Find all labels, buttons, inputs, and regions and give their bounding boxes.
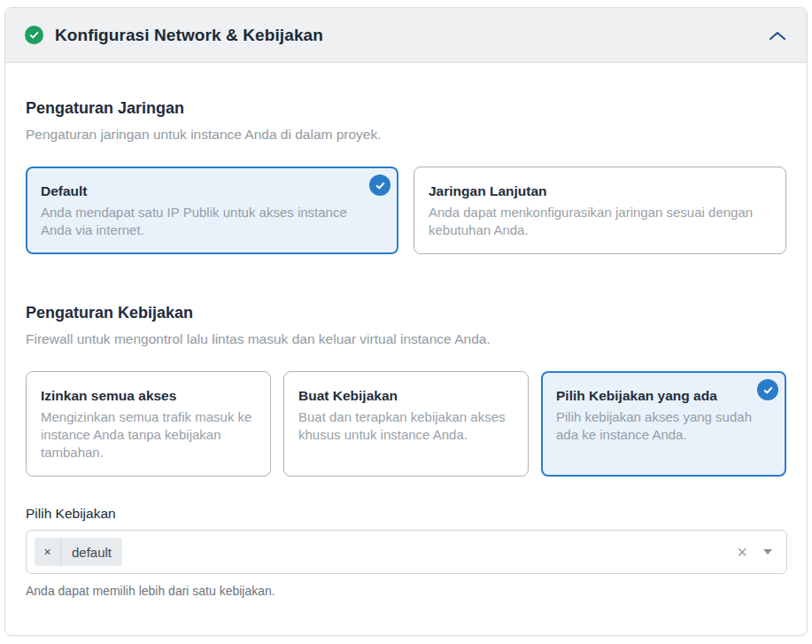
selected-check-icon [369,175,391,196]
page: Konfigurasi Network & Kebijakan Pengatur… [0,0,812,644]
option-card-pilih-kebijakan-yang-ada[interactable]: Pilih Kebijakan yang ada Pilih kebijakan… [541,371,786,477]
remove-tag-icon[interactable]: × [35,538,61,566]
network-options: Default Anda mendapat satu IP Publik unt… [26,167,786,254]
policy-section-heading: Pengaturan Kebijakan [26,304,786,322]
selected-policy-tag: × default [35,538,122,566]
chevron-up-icon[interactable] [768,29,787,42]
option-card-izinkan-semua-akses[interactable]: Izinkan semua akses Mengizinkan semua tr… [26,371,271,477]
config-accordion: Konfigurasi Network & Kebijakan Pengatur… [4,7,808,636]
network-section-heading: Pengaturan Jaringan [26,99,786,118]
clear-selection-icon[interactable]: × [737,543,747,561]
helper-text: Anda dapat memilih lebih dari satu kebij… [26,584,786,598]
multiselect-controls: × [737,543,772,561]
option-description: Buat dan terapkan kebijakan akses khusus… [298,408,514,444]
policy-multiselect[interactable]: × default × [26,530,787,574]
option-title: Jaringan Lanjutan [429,183,771,199]
policy-section: Pengaturan Kebijakan Firewall untuk meng… [26,304,786,477]
accordion-title: Konfigurasi Network & Kebijakan [55,26,323,45]
network-section: Pengaturan Jaringan Pengaturan jaringan … [26,99,786,254]
option-description: Anda dapat menkonfigurasikan jaringan se… [429,204,756,239]
accordion-header[interactable]: Konfigurasi Network & Kebijakan [5,8,807,63]
policy-select-field: Pilih Kebijakan × default × Anda dapat m… [26,506,786,598]
caret-down-icon[interactable] [763,549,772,555]
option-description: Anda mendapat satu IP Publik untuk akses… [41,204,368,239]
option-card-buat-kebijakan[interactable]: Buat Kebijakan Buat dan terapkan kebijak… [283,371,529,477]
policy-options: Izinkan semua akses Mengizinkan semua tr… [26,371,786,477]
option-title: Pilih Kebijakan yang ada [556,388,771,404]
option-title: Buat Kebijakan [298,388,514,404]
option-title: Izinkan semua akses [41,388,256,404]
tag-label: default [61,538,122,566]
option-description: Mengizinkan semua trafik masuk ke instan… [41,408,256,462]
check-circle-icon [25,26,43,44]
selected-check-icon [757,379,778,400]
option-title: Default [41,183,383,199]
option-description: Pilih kebijakan akses yang sudah ada ke … [556,408,771,444]
policy-select-label: Pilih Kebijakan [26,506,786,522]
option-card-default[interactable]: Default Anda mendapat satu IP Publik unt… [26,167,398,254]
accordion-body: Pengaturan Jaringan Pengaturan jaringan … [5,99,807,616]
network-section-description: Pengaturan jaringan untuk instance Anda … [26,127,786,143]
option-card-jaringan-lanjutan[interactable]: Jaringan Lanjutan Anda dapat menkonfigur… [414,167,786,254]
policy-section-description: Firewall untuk mengontrol lalu lintas ma… [26,331,786,347]
